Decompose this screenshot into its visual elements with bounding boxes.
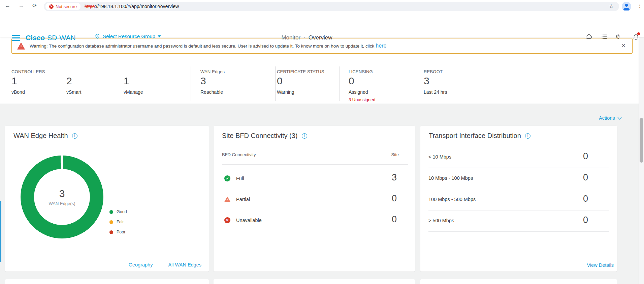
transport-row-label: > 500 Mbps [428,218,454,223]
stat-vbond[interactable]: 1 vBond [11,75,25,95]
title-section: Monitor [281,34,300,41]
geography-link[interactable]: Geography [129,262,153,267]
certificate-label: CERTIFICATE STATUS [277,69,324,74]
licensing-label: LICENSING [349,69,373,74]
stats-divider [191,66,191,101]
transport-card-title: Transport Interface Distribution i [429,132,530,140]
bfd-row-unavailable[interactable]: ✕ Unavailable 0 [222,214,408,227]
security-warning-icon: ✕ [49,4,54,9]
all-wan-edges-link[interactable]: All WAN Edges [168,262,201,267]
banner-close-icon[interactable]: ✕ [621,43,625,48]
chevron-down-icon [158,35,161,37]
site-column-header: Site [391,152,399,157]
transport-row[interactable]: 10 Mbps - 100 Mbps 0 [428,168,609,189]
summary-stats-bar: CONTROLLERS 1 vBond 2 vSmart 1 vManage W… [0,54,644,104]
donut-center: 3 WAN Edge(s) [21,155,103,238]
partial-card [5,279,209,284]
info-icon[interactable]: i [525,133,530,139]
transport-row-label: 10 Mbps - 100 Mbps [428,175,473,181]
stat-certificate[interactable]: 0 Warning [277,75,294,95]
bfd-connectivity-column-header: BFD Connectivity [222,152,256,157]
card-title-text: Transport Interface Distribution [429,132,521,140]
good-dot-icon [109,210,113,214]
bfd-row-full[interactable]: ✓ Full 3 [222,172,408,185]
app-header: CiscoSD-WAN Select Resource Group Monito… [0,13,644,37]
partial-card [214,279,415,284]
task-list-icon[interactable] [601,33,608,40]
browser-menu-icon[interactable]: ⋮ [637,3,642,9]
bookmark-star-icon[interactable]: ☆ [609,3,614,9]
donut-value: 3 [59,188,65,199]
wan-edge-health-title: WAN Edge Health i [13,132,77,140]
bfd-row-label: Full [236,176,244,181]
brand-logo: CiscoSD-WAN [26,34,76,42]
info-icon[interactable]: i [72,133,77,139]
wan-edge-health-card: WAN Edge Health i 3 WAN Edge(s) Good Fai… [5,126,209,272]
url-text[interactable]: https://198.18.1.100/#/app/monitor2/over… [85,4,179,9]
not-secure-badge[interactable]: ✕ Not secure [45,3,80,10]
address-bar[interactable]: ✕ Not secure https://198.18.1.100/#/app/… [44,2,619,11]
transport-row-label: < 10 Mbps [428,154,451,160]
reboot-label: REBOOT [424,69,443,74]
vmanage-name: vManage [124,89,143,95]
bfd-row-partial[interactable]: Partial 0 [222,193,408,206]
browser-toolbar: ← → ⟳ ✕ Not secure https://198.18.1.100/… [0,0,644,13]
stat-reboot[interactable]: 3 Last 24 hrs [424,75,447,95]
legend-item-fair[interactable]: Fair [109,217,127,227]
vsmart-name: vSmart [66,89,81,95]
legend-label: Fair [117,220,124,224]
scrollbar-thumb[interactable] [640,118,643,163]
licensing-unassigned-alert[interactable]: 3 Unassigned [349,97,376,102]
help-icon[interactable]: ? [616,33,624,40]
card-title-text: Site BFD Connectivity (3) [222,132,298,140]
hamburger-menu-icon[interactable] [12,35,20,42]
side-feedback-tab[interactable] [0,201,1,262]
wan-edges-label: WAN Edges [200,69,225,74]
page-title: Monitor · Overview [281,34,332,41]
not-secure-label: Not secure [56,4,77,9]
transport-interface-distribution-card: Transport Interface Distribution i < 10 … [420,126,617,272]
actions-label: Actions [599,115,615,121]
stat-licensing[interactable]: 0 Assigned 3 Unassigned [349,75,376,102]
vbond-name: vBond [11,89,25,95]
forward-icon[interactable]: → [19,2,24,9]
vsmart-count: 2 [66,75,81,86]
person-icon [622,2,631,11]
partial-card [420,279,617,284]
warning-here-link[interactable]: here [376,43,386,49]
transport-row-value: 0 [583,172,588,183]
table-divider [222,164,408,165]
info-icon[interactable]: i [302,133,307,139]
transport-row-value: 0 [583,215,588,225]
transport-row[interactable]: 100 Mbps - 500 Mbps 0 [428,189,609,210]
reload-icon[interactable]: ⟳ [32,2,37,9]
legend-label: Good [117,209,127,214]
legend-item-good[interactable]: Good [109,207,127,217]
vmanage-count: 1 [124,75,143,86]
transport-row[interactable]: < 10 Mbps 0 [428,147,609,168]
browser-profile-avatar[interactable] [622,2,631,11]
notification-bell-icon[interactable] [632,33,640,40]
bfd-table-header: BFD Connectivity Site [222,152,408,159]
actions-dropdown[interactable]: Actions [599,115,622,121]
page-scrollbar[interactable] [639,13,644,284]
legend-item-poor[interactable]: Poor [109,227,127,237]
select-resource-group[interactable]: Select Resource Group [94,33,161,39]
stat-vmanage[interactable]: 1 vManage [124,75,143,95]
certificate-sublabel: Warning [277,89,294,95]
transport-row[interactable]: > 500 Mbps 0 [428,210,609,232]
cloud-icon[interactable] [585,33,592,40]
transport-row-value: 0 [583,194,588,204]
warning-triangle-icon [17,42,25,50]
title-page: Overview [309,34,332,41]
screen: ← → ⟳ ✕ Not secure https://198.18.1.100/… [0,0,644,284]
view-details-link[interactable]: View Details [587,262,614,268]
stat-wan-edges[interactable]: 3 Reachable [200,75,223,95]
certificate-count: 0 [277,75,294,86]
card-title-text: WAN Edge Health [13,132,68,140]
poor-dot-icon [109,230,113,234]
back-icon[interactable]: ← [5,2,10,9]
bfd-row-label: Unavailable [236,218,262,223]
stat-vsmart[interactable]: 2 vSmart [66,75,81,95]
notification-dot [637,32,640,35]
